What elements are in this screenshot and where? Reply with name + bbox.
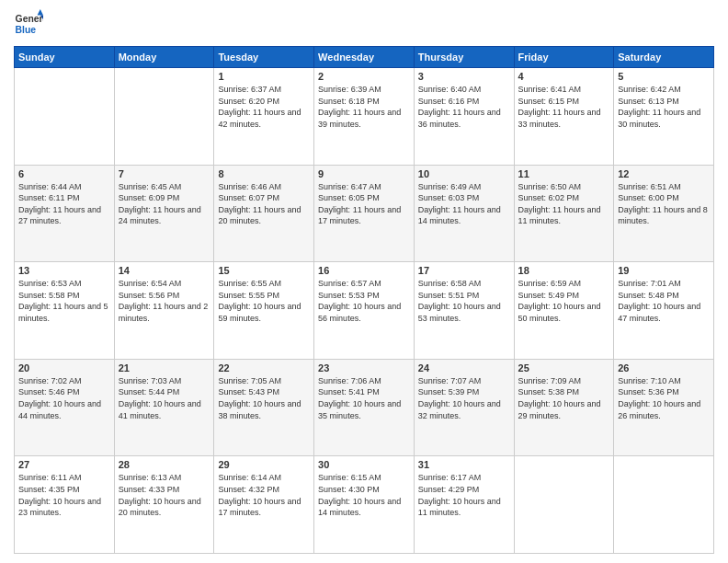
day-number: 27: [18, 459, 110, 470]
calendar-cell: 22Sunrise: 7:05 AM Sunset: 5:43 PM Dayli…: [214, 359, 314, 456]
day-content: Sunrise: 6:50 AM Sunset: 6:02 PM Dayligh…: [518, 181, 610, 227]
calendar-cell: 9Sunrise: 6:47 AM Sunset: 6:05 PM Daylig…: [314, 165, 415, 262]
day-content: Sunrise: 6:17 AM Sunset: 4:29 PM Dayligh…: [418, 472, 510, 518]
calendar-cell: [114, 68, 214, 166]
day-number: 1: [218, 71, 310, 82]
day-number: 20: [18, 362, 110, 373]
header: General Blue: [14, 9, 714, 39]
day-content: Sunrise: 6:37 AM Sunset: 6:20 PM Dayligh…: [218, 84, 310, 130]
day-number: 22: [218, 362, 310, 373]
calendar-cell: 28Sunrise: 6:13 AM Sunset: 4:33 PM Dayli…: [114, 456, 214, 554]
day-content: Sunrise: 6:40 AM Sunset: 6:16 PM Dayligh…: [418, 84, 510, 130]
day-number: 10: [418, 168, 510, 179]
day-number: 29: [218, 459, 310, 470]
day-content: Sunrise: 6:11 AM Sunset: 4:35 PM Dayligh…: [18, 472, 110, 518]
logo-icon: General Blue: [14, 9, 43, 39]
day-content: Sunrise: 6:49 AM Sunset: 6:03 PM Dayligh…: [418, 181, 510, 227]
day-content: Sunrise: 6:57 AM Sunset: 5:53 PM Dayligh…: [318, 278, 410, 324]
day-number: 11: [518, 168, 610, 179]
calendar-cell: 29Sunrise: 6:14 AM Sunset: 4:32 PM Dayli…: [214, 456, 314, 554]
calendar-header: SundayMondayTuesdayWednesdayThursdayFrid…: [15, 47, 714, 68]
calendar-cell: 31Sunrise: 6:17 AM Sunset: 4:29 PM Dayli…: [414, 456, 514, 554]
calendar-cell: 26Sunrise: 7:10 AM Sunset: 5:36 PM Dayli…: [614, 359, 714, 456]
calendar-cell: 5Sunrise: 6:42 AM Sunset: 6:13 PM Daylig…: [614, 68, 714, 166]
day-header-saturday: Saturday: [614, 47, 714, 68]
day-content: Sunrise: 7:09 AM Sunset: 5:38 PM Dayligh…: [518, 375, 610, 421]
day-content: Sunrise: 6:41 AM Sunset: 6:15 PM Dayligh…: [518, 84, 610, 130]
day-number: 3: [418, 71, 510, 82]
week-row-5: 27Sunrise: 6:11 AM Sunset: 4:35 PM Dayli…: [15, 456, 714, 554]
calendar-cell: 24Sunrise: 7:07 AM Sunset: 5:39 PM Dayli…: [414, 359, 514, 456]
svg-text:Blue: Blue: [16, 25, 37, 35]
calendar-cell: 17Sunrise: 6:58 AM Sunset: 5:51 PM Dayli…: [414, 262, 514, 360]
day-content: Sunrise: 7:02 AM Sunset: 5:46 PM Dayligh…: [18, 375, 110, 421]
day-content: Sunrise: 7:06 AM Sunset: 5:41 PM Dayligh…: [318, 375, 410, 421]
calendar-cell: 21Sunrise: 7:03 AM Sunset: 5:44 PM Dayli…: [114, 359, 214, 456]
calendar-cell: 15Sunrise: 6:55 AM Sunset: 5:55 PM Dayli…: [214, 262, 314, 360]
day-header-sunday: Sunday: [15, 47, 115, 68]
day-number: 28: [119, 459, 210, 470]
day-number: 8: [218, 168, 310, 179]
calendar-cell: 25Sunrise: 7:09 AM Sunset: 5:38 PM Dayli…: [514, 359, 614, 456]
day-number: 12: [618, 168, 710, 179]
day-number: 4: [518, 71, 610, 82]
day-content: Sunrise: 7:05 AM Sunset: 5:43 PM Dayligh…: [218, 375, 310, 421]
day-content: Sunrise: 6:51 AM Sunset: 6:00 PM Dayligh…: [618, 181, 710, 227]
day-content: Sunrise: 6:44 AM Sunset: 6:11 PM Dayligh…: [18, 181, 110, 227]
week-row-3: 13Sunrise: 6:53 AM Sunset: 5:58 PM Dayli…: [15, 262, 714, 360]
calendar-cell: 19Sunrise: 7:01 AM Sunset: 5:48 PM Dayli…: [614, 262, 714, 360]
day-content: Sunrise: 6:53 AM Sunset: 5:58 PM Dayligh…: [18, 278, 110, 324]
day-number: 7: [119, 168, 210, 179]
calendar-cell: 6Sunrise: 6:44 AM Sunset: 6:11 PM Daylig…: [15, 165, 115, 262]
calendar-cell: 16Sunrise: 6:57 AM Sunset: 5:53 PM Dayli…: [314, 262, 415, 360]
day-number: 6: [18, 168, 110, 179]
calendar-body: 1Sunrise: 6:37 AM Sunset: 6:20 PM Daylig…: [15, 68, 714, 554]
day-header-thursday: Thursday: [414, 47, 514, 68]
calendar-cell: [15, 68, 115, 166]
calendar-table: SundayMondayTuesdayWednesdayThursdayFrid…: [14, 46, 714, 554]
day-number: 21: [119, 362, 210, 373]
day-number: 18: [518, 265, 610, 276]
day-header-monday: Monday: [114, 47, 214, 68]
day-content: Sunrise: 6:55 AM Sunset: 5:55 PM Dayligh…: [218, 278, 310, 324]
calendar-cell: 7Sunrise: 6:45 AM Sunset: 6:09 PM Daylig…: [114, 165, 214, 262]
calendar-cell: 4Sunrise: 6:41 AM Sunset: 6:15 PM Daylig…: [514, 68, 614, 166]
day-content: Sunrise: 6:54 AM Sunset: 5:56 PM Dayligh…: [119, 278, 210, 324]
day-content: Sunrise: 6:46 AM Sunset: 6:07 PM Dayligh…: [218, 181, 310, 227]
day-number: 26: [618, 362, 710, 373]
svg-text:General: General: [16, 14, 43, 24]
calendar-cell: 8Sunrise: 6:46 AM Sunset: 6:07 PM Daylig…: [214, 165, 314, 262]
calendar-cell: 12Sunrise: 6:51 AM Sunset: 6:00 PM Dayli…: [614, 165, 714, 262]
day-header-wednesday: Wednesday: [314, 47, 415, 68]
day-content: Sunrise: 7:10 AM Sunset: 5:36 PM Dayligh…: [618, 375, 710, 421]
day-content: Sunrise: 6:39 AM Sunset: 6:18 PM Dayligh…: [318, 84, 410, 130]
calendar-cell: 20Sunrise: 7:02 AM Sunset: 5:46 PM Dayli…: [15, 359, 115, 456]
day-content: Sunrise: 6:13 AM Sunset: 4:33 PM Dayligh…: [119, 472, 210, 518]
calendar-cell: [514, 456, 614, 554]
days-row: SundayMondayTuesdayWednesdayThursdayFrid…: [15, 47, 714, 68]
day-number: 19: [618, 265, 710, 276]
day-content: Sunrise: 6:45 AM Sunset: 6:09 PM Dayligh…: [119, 181, 210, 227]
day-content: Sunrise: 6:47 AM Sunset: 6:05 PM Dayligh…: [318, 181, 410, 227]
day-number: 24: [418, 362, 510, 373]
day-number: 14: [119, 265, 210, 276]
day-content: Sunrise: 7:07 AM Sunset: 5:39 PM Dayligh…: [418, 375, 510, 421]
week-row-2: 6Sunrise: 6:44 AM Sunset: 6:11 PM Daylig…: [15, 165, 714, 262]
day-header-tuesday: Tuesday: [214, 47, 314, 68]
day-content: Sunrise: 6:15 AM Sunset: 4:30 PM Dayligh…: [318, 472, 410, 518]
day-number: 25: [518, 362, 610, 373]
day-number: 15: [218, 265, 310, 276]
calendar-cell: 23Sunrise: 7:06 AM Sunset: 5:41 PM Dayli…: [314, 359, 415, 456]
day-content: Sunrise: 6:58 AM Sunset: 5:51 PM Dayligh…: [418, 278, 510, 324]
day-number: 23: [318, 362, 410, 373]
svg-marker-2: [38, 9, 43, 15]
day-number: 2: [318, 71, 410, 82]
calendar-cell: 1Sunrise: 6:37 AM Sunset: 6:20 PM Daylig…: [214, 68, 314, 166]
week-row-1: 1Sunrise: 6:37 AM Sunset: 6:20 PM Daylig…: [15, 68, 714, 166]
day-number: 16: [318, 265, 410, 276]
calendar-cell: [614, 456, 714, 554]
day-content: Sunrise: 7:01 AM Sunset: 5:48 PM Dayligh…: [618, 278, 710, 324]
calendar-cell: 13Sunrise: 6:53 AM Sunset: 5:58 PM Dayli…: [15, 262, 115, 360]
day-content: Sunrise: 6:59 AM Sunset: 5:49 PM Dayligh…: [518, 278, 610, 324]
calendar-cell: 10Sunrise: 6:49 AM Sunset: 6:03 PM Dayli…: [414, 165, 514, 262]
